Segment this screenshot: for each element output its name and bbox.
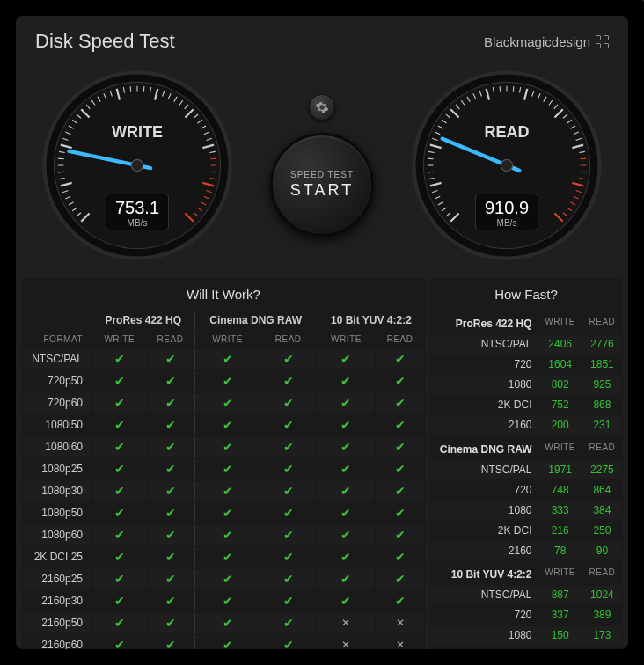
check-icon: ✔ bbox=[395, 594, 406, 608]
start-big-label: START bbox=[290, 181, 354, 200]
check-icon: ✔ bbox=[165, 572, 176, 586]
wiw-row-label: 1080p30 bbox=[23, 481, 91, 501]
check-icon: ✔ bbox=[395, 374, 406, 388]
check-icon: ✔ bbox=[165, 528, 176, 542]
table-row: 2160200231 bbox=[431, 416, 621, 435]
gauges-row: WRITE 753.1 MB/s SPEED TEST START READ 9… bbox=[16, 60, 628, 278]
svg-point-58 bbox=[131, 159, 143, 171]
hf-group-header: Cinema DNG RAW bbox=[431, 436, 538, 459]
read-value: 910.9 bbox=[485, 198, 529, 218]
wiw-row-label: 720p50 bbox=[23, 371, 91, 391]
check-icon: ✔ bbox=[114, 594, 125, 608]
read-gauge-label: READ bbox=[410, 123, 604, 142]
hf-row-label: 720 bbox=[431, 480, 538, 499]
wiw-row-label: 1080p50 bbox=[23, 503, 91, 523]
check-icon: ✔ bbox=[165, 440, 176, 454]
table-row: 2K DCI752868 bbox=[431, 396, 621, 414]
check-icon: ✔ bbox=[223, 418, 233, 432]
hf-write-value: 802 bbox=[539, 376, 582, 394]
wiw-row-label: 720p60 bbox=[23, 393, 91, 413]
check-icon: ✔ bbox=[165, 550, 176, 564]
hf-row-label: 2K DCI bbox=[431, 396, 538, 414]
hf-row-label: NTSC/PAL bbox=[431, 460, 538, 479]
table-row: 2160p50✔✔✔✔✕✕ bbox=[23, 613, 424, 633]
check-icon: ✔ bbox=[165, 396, 176, 410]
check-icon: ✔ bbox=[223, 440, 233, 454]
table-row: 1080p30✔✔✔✔✔✔ bbox=[23, 481, 424, 501]
hf-write-value: 337 bbox=[539, 606, 582, 625]
hf-write-value: 752 bbox=[539, 396, 582, 414]
settings-button[interactable] bbox=[309, 94, 335, 121]
check-icon: ✔ bbox=[283, 616, 294, 630]
will-it-work-panel: Will It Work? ProRes 422 HQCinema DNG RA… bbox=[21, 278, 426, 649]
hf-write-value: 78 bbox=[539, 541, 582, 559]
svg-line-12 bbox=[58, 158, 64, 159]
check-icon: ✔ bbox=[223, 550, 233, 564]
will-it-work-title: Will It Work? bbox=[21, 278, 426, 309]
check-icon: ✔ bbox=[395, 484, 406, 498]
hf-subcol: READ bbox=[583, 561, 621, 584]
hf-subcol: WRITE bbox=[539, 436, 582, 459]
hf-write-value: 97 bbox=[539, 647, 582, 650]
wiw-subcol: WRITE bbox=[318, 332, 374, 347]
how-fast-table: ProRes 422 HQWRITEREADNTSC/PAL2406277672… bbox=[429, 309, 623, 649]
check-icon: ✔ bbox=[114, 616, 125, 630]
check-icon: ✔ bbox=[340, 374, 351, 388]
check-icon: ✔ bbox=[114, 418, 125, 432]
check-icon: ✔ bbox=[165, 484, 176, 498]
check-icon: ✔ bbox=[165, 418, 176, 432]
check-icon: ✔ bbox=[165, 374, 176, 388]
svg-line-28 bbox=[130, 86, 131, 92]
table-row: 720p60✔✔✔✔✔✔ bbox=[23, 393, 424, 413]
check-icon: ✔ bbox=[223, 396, 233, 410]
check-icon: ✔ bbox=[340, 462, 351, 476]
hf-read-value: 384 bbox=[583, 501, 621, 519]
table-row: 1080150173 bbox=[431, 626, 621, 645]
wiw-row-label: 2160p60 bbox=[23, 635, 91, 650]
wiw-row-label: 2160p25 bbox=[23, 569, 91, 589]
hf-read-value: 231 bbox=[583, 416, 621, 435]
wiw-group-header: ProRes 422 HQ bbox=[93, 311, 193, 330]
check-icon: ✔ bbox=[283, 638, 294, 649]
table-row: 72016041851 bbox=[431, 355, 621, 374]
wiw-subcol: READ bbox=[376, 332, 424, 347]
hf-read-value: 1024 bbox=[583, 586, 621, 604]
check-icon: ✔ bbox=[114, 528, 125, 542]
table-row: 720p50✔✔✔✔✔✔ bbox=[23, 371, 424, 391]
hf-read-value: 925 bbox=[583, 376, 621, 394]
wiw-row-label: 2160p50 bbox=[23, 613, 91, 633]
check-icon: ✔ bbox=[223, 506, 233, 520]
check-icon: ✔ bbox=[114, 572, 125, 586]
cross-icon: ✕ bbox=[341, 639, 350, 649]
check-icon: ✔ bbox=[114, 506, 125, 520]
hf-row-label: NTSC/PAL bbox=[431, 335, 538, 354]
check-icon: ✔ bbox=[395, 352, 406, 366]
wiw-row-label: NTSC/PAL bbox=[23, 349, 91, 369]
hf-row-label: 720 bbox=[431, 606, 538, 625]
table-row: 2160p60✔✔✔✔✕✕ bbox=[23, 635, 424, 650]
wiw-subcol: WRITE bbox=[93, 332, 146, 347]
table-row: 2160p25✔✔✔✔✔✔ bbox=[23, 569, 424, 589]
check-icon: ✔ bbox=[340, 506, 351, 520]
check-icon: ✔ bbox=[114, 374, 125, 388]
table-row: 1080p25✔✔✔✔✔✔ bbox=[23, 459, 424, 479]
will-it-work-table: ProRes 422 HQCinema DNG RAW10 Bit YUV 4:… bbox=[21, 309, 426, 649]
app-title: Disk Speed Test bbox=[35, 30, 175, 53]
hf-row-label: 2K DCI bbox=[431, 647, 538, 650]
start-button[interactable]: SPEED TEST START bbox=[270, 133, 374, 237]
check-icon: ✔ bbox=[340, 396, 351, 410]
wiw-row-label: 1080i50 bbox=[23, 415, 91, 435]
svg-line-71 bbox=[428, 158, 434, 159]
app-window: Disk Speed Test Blackmagicdesign WRITE 7… bbox=[16, 16, 628, 649]
table-row: 1080802925 bbox=[431, 376, 621, 394]
check-icon: ✔ bbox=[223, 374, 233, 388]
check-icon: ✔ bbox=[165, 594, 176, 608]
check-icon: ✔ bbox=[223, 528, 233, 542]
table-row: 21607890 bbox=[431, 541, 621, 559]
brand-logo: Blackmagicdesign bbox=[484, 34, 609, 49]
check-icon: ✔ bbox=[114, 462, 125, 476]
hf-write-value: 333 bbox=[539, 501, 582, 519]
check-icon: ✔ bbox=[223, 638, 233, 649]
wiw-row-label: 2K DCI 25 bbox=[23, 547, 91, 567]
gear-icon bbox=[315, 100, 329, 114]
